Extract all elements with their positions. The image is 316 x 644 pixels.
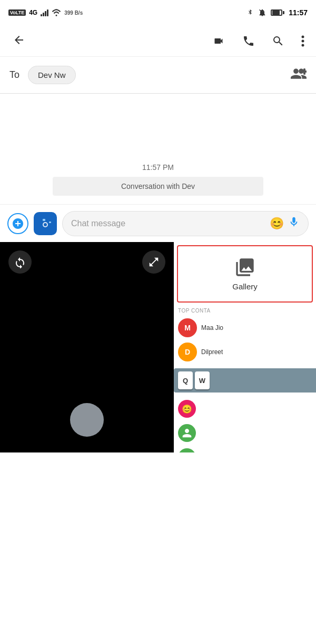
chat-timestamp: 11:57 PM [142,163,174,172]
bluetooth-icon [246,8,254,17]
svg-rect-8 [43,219,45,221]
lower-contact-2[interactable] [178,445,312,452]
lower-avatar-0: 😊 [178,400,196,418]
add-attachment-button[interactable] [7,213,28,234]
more-options-button[interactable] [298,32,308,51]
svg-point-0 [302,35,304,38]
lower-contact-1[interactable] [178,421,312,445]
gallery-button[interactable]: Gallery [177,245,313,303]
recipient-chip[interactable]: Dev Nw [28,66,76,84]
network-indicator: 4G [29,9,37,16]
message-placeholder: Chat message [71,219,265,228]
search-button[interactable] [269,32,288,51]
mic-button[interactable] [288,216,300,231]
top-contacts-label: TOP CONTA [178,308,312,314]
camera-expand-button[interactable] [142,250,165,274]
to-label: To [9,69,19,80]
lower-avatar-1 [178,424,196,442]
battery-icon [271,9,284,16]
camera-attach-button[interactable] [34,212,57,235]
phone-call-button[interactable] [239,32,258,51]
conversation-label: Conversation with Dev [53,177,263,196]
wifi-icon [52,9,61,16]
speed-indicator: 399 B/s [64,10,83,16]
shutter-button[interactable] [70,403,104,437]
emoji-button[interactable]: 😊 [270,217,284,230]
svg-point-7 [44,223,47,226]
lower-contact-0[interactable]: 😊 [178,397,312,421]
media-panel: Gallery TOP CONTA M Maa Jio D Dilpreet Q… [0,242,316,452]
gallery-section: Gallery [174,242,316,306]
contact-name-maa: Maa Jio [201,324,223,331]
signal-bars [41,9,48,16]
contact-name-dilpreet: Dilpreet [201,348,223,356]
keyboard-hint: Q W [174,368,316,393]
input-area: Chat message 😊 [0,204,316,242]
status-time: 11:57 [289,8,308,17]
svg-point-1 [302,39,304,42]
video-call-button[interactable] [209,33,229,49]
svg-rect-4 [301,71,307,73]
chat-area: 11:57 PM Conversation with Dev [0,94,316,204]
key-q[interactable]: Q [178,371,193,389]
contact-item-maa[interactable]: M Maa Jio [178,316,312,340]
right-panel: Gallery TOP CONTA M Maa Jio D Dilpreet Q… [174,242,316,452]
contact-avatar-d: D [178,343,197,361]
svg-point-2 [302,44,304,46]
recipient-bar: To Dev Nw [0,57,316,94]
lower-avatar-2 [178,448,196,452]
message-input[interactable]: Chat message 😊 [62,211,309,236]
gallery-label: Gallery [232,282,258,291]
status-bar: VoLTE 4G 399 B/s 11:57 [0,0,316,25]
contact-avatar-m: M [178,318,197,337]
volte-badge: VoLTE [8,9,26,16]
gallery-icon [234,257,255,278]
key-w[interactable]: W [195,371,210,389]
camera-view [0,242,174,452]
silent-icon [258,8,266,17]
contact-item-dilpreet[interactable]: D Dilpreet [178,340,312,364]
top-contacts-section: TOP CONTA M Maa Jio D Dilpreet [174,306,316,366]
back-button[interactable] [8,29,29,53]
camera-flip-button[interactable] [8,250,32,274]
status-left: VoLTE 4G 399 B/s [8,9,83,16]
status-right: 11:57 [246,8,308,17]
add-contact-button[interactable] [291,67,307,83]
svg-rect-9 [49,222,51,223]
action-bar [0,25,316,57]
lower-contacts: 😊 [174,395,316,452]
action-icons [209,32,308,51]
